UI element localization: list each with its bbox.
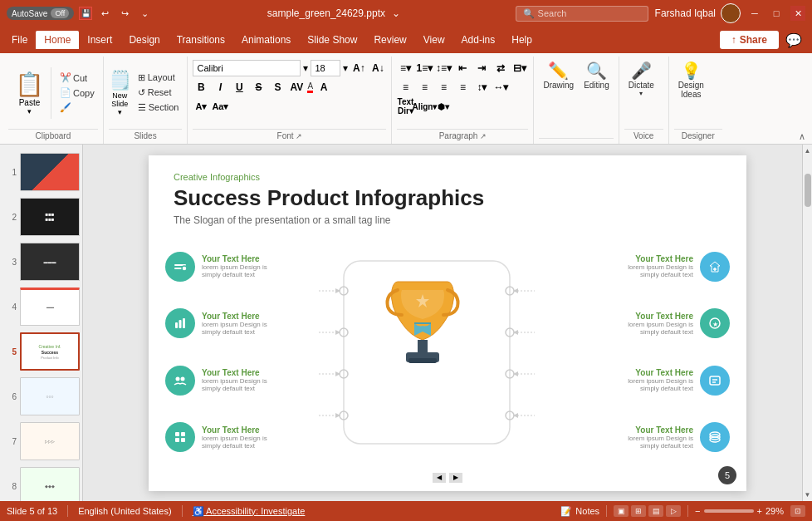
search-box[interactable]: 🔍 Search: [516, 6, 648, 22]
scroll-thumb[interactable]: [805, 174, 811, 207]
dictate-arrow[interactable]: ▾: [639, 90, 643, 97]
vertical-scrollbar[interactable]: ▲ ▼: [802, 145, 812, 501]
menu-addins[interactable]: Add-ins: [453, 31, 504, 49]
slide-thumb-7[interactable]: 7 ▷▷▷: [3, 420, 79, 462]
slideshow-btn[interactable]: ▷: [666, 505, 681, 517]
comment-button[interactable]: 💬: [779, 29, 809, 52]
line-spacing-btn[interactable]: ↕▾: [473, 79, 490, 96]
font-dropdown-arrow[interactable]: ▾: [303, 62, 308, 74]
scroll-up[interactable]: ▲: [802, 145, 812, 157]
menu-home[interactable]: Home: [36, 31, 79, 49]
strikethrough-button[interactable]: S: [250, 79, 267, 96]
menu-design[interactable]: Design: [120, 31, 168, 49]
design-ideas-button[interactable]: 💡 DesignIdeas: [674, 60, 708, 101]
normal-view-btn[interactable]: ▣: [614, 505, 629, 517]
slide-canvas[interactable]: Creative Infographics Success Product In…: [149, 155, 746, 491]
accessibility-info[interactable]: ♿ Accessibility: Investigate: [193, 506, 306, 517]
zoom-out-btn[interactable]: −: [695, 506, 700, 516]
notes-btn[interactable]: 📝 Notes: [560, 506, 599, 517]
fit-page-btn[interactable]: ⊡: [790, 505, 805, 517]
scroll-down[interactable]: ▼: [802, 489, 812, 501]
minimize-btn[interactable]: ─: [747, 6, 762, 21]
italic-button[interactable]: I: [212, 79, 228, 96]
cut-button[interactable]: ✂️ Cut: [56, 71, 98, 85]
bold-button[interactable]: B: [193, 79, 209, 96]
zoom-in-btn[interactable]: +: [757, 506, 762, 516]
menu-animations[interactable]: Animations: [233, 31, 299, 49]
menu-insert[interactable]: Insert: [79, 31, 120, 49]
redo-btn[interactable]: ↪: [117, 6, 132, 21]
slide-thumb-2[interactable]: 2 ■■■■■■: [3, 196, 79, 238]
ribbon-collapse-btn[interactable]: ∧: [795, 130, 809, 144]
justify-btn[interactable]: ≡: [454, 79, 471, 96]
slide-thumb-8[interactable]: 8 ◆◆◆: [3, 465, 79, 501]
autosave-toggle[interactable]: AutoSave Off: [7, 7, 74, 20]
underline-button[interactable]: U: [231, 79, 247, 96]
copy-button[interactable]: 📄 Copy: [56, 86, 98, 100]
slide-thumb-4[interactable]: 4 ━━━: [3, 286, 79, 327]
slide-thumb-5[interactable]: 5 Creative Inf. Success Product Info: [3, 331, 79, 372]
new-slide-arrow[interactable]: ▾: [118, 108, 122, 116]
case-btn[interactable]: Aa▾: [212, 98, 228, 115]
customize-btn[interactable]: ⌄: [137, 6, 152, 21]
share-button[interactable]: ↑ Share: [720, 31, 779, 49]
multilevel-btn[interactable]: ↕≡▾: [435, 60, 452, 76]
menu-view[interactable]: View: [415, 31, 453, 49]
text-highlight-btn[interactable]: A: [316, 79, 332, 96]
decrease-font-btn[interactable]: A↓: [369, 60, 386, 76]
zoom-control[interactable]: − + 29%: [695, 506, 784, 516]
rtl-btn[interactable]: ⇄: [492, 60, 509, 76]
columns-btn[interactable]: ⊟▾: [511, 60, 528, 76]
canvas-area[interactable]: Creative Infographics Success Product In…: [83, 145, 812, 501]
smart-art-btn[interactable]: ↔▾: [492, 79, 509, 96]
text-direction-btn[interactable]: Text Dir▾: [397, 98, 413, 115]
undo-btn[interactable]: ↩: [97, 6, 112, 21]
drawing-button[interactable]: ✏️ Drawing: [539, 60, 578, 92]
char-spacing-btn[interactable]: AV: [288, 79, 305, 96]
restore-btn[interactable]: □: [769, 6, 784, 21]
dictate-button[interactable]: 🎤 Dictate ▾: [624, 60, 658, 100]
font-size-arrow[interactable]: ▾: [343, 62, 348, 74]
slide-nav-arrows[interactable]: ◀ ▶: [433, 473, 462, 483]
paragraph-dialog-btn[interactable]: ↗: [480, 132, 487, 140]
menu-file[interactable]: File: [3, 31, 36, 49]
slide-thumb-3[interactable]: 3 ▬▬▬: [3, 241, 79, 283]
save-icon[interactable]: 💾: [79, 7, 92, 20]
paste-arrow[interactable]: ▾: [27, 107, 32, 116]
align-text-btn[interactable]: Align▾: [416, 98, 433, 115]
paste-button[interactable]: 📋 Paste ▾: [8, 67, 51, 119]
convert-smartart-btn[interactable]: ⬢▾: [435, 98, 452, 115]
slide-thumb-1[interactable]: 1: [3, 151, 79, 193]
align-center-btn[interactable]: ≡: [416, 79, 433, 96]
close-btn[interactable]: ✕: [790, 6, 805, 21]
indent-less-btn[interactable]: ⇤: [454, 60, 471, 76]
nav-left[interactable]: ◀: [433, 473, 446, 483]
reset-button[interactable]: ↺ Reset: [135, 86, 183, 100]
shadow-button[interactable]: S: [269, 79, 286, 96]
number-list-btn[interactable]: 1≡▾: [416, 60, 433, 76]
bullet-list-btn[interactable]: ≡▾: [397, 60, 413, 76]
font-dialog-btn[interactable]: ↗: [296, 132, 302, 140]
slide-sorter-btn[interactable]: ⊞: [631, 505, 646, 517]
layout-button[interactable]: ⊞ Layout: [135, 71, 183, 85]
font-name-input[interactable]: [193, 60, 301, 76]
section-button[interactable]: ☰ Section: [135, 101, 183, 115]
align-right-btn[interactable]: ≡: [435, 79, 452, 96]
align-left-btn[interactable]: ≡: [397, 79, 413, 96]
font-color-btn[interactable]: A: [307, 81, 313, 93]
menu-slideshow[interactable]: Slide Show: [299, 31, 365, 49]
new-slide-button[interactable]: 🗒️ NewSlide ▾: [109, 70, 131, 116]
format-painter-button[interactable]: 🖌️: [56, 101, 98, 115]
menu-help[interactable]: Help: [503, 31, 541, 49]
dropdown-arrow[interactable]: ⌄: [392, 7, 400, 19]
menu-review[interactable]: Review: [365, 31, 414, 49]
zoom-slider[interactable]: [704, 509, 754, 513]
nav-right[interactable]: ▶: [449, 473, 462, 483]
font-color-2-btn[interactable]: A▾: [193, 98, 209, 115]
slide-thumb-6[interactable]: 6 ○○○: [3, 376, 79, 417]
menu-transitions[interactable]: Transitions: [169, 31, 233, 49]
increase-font-btn[interactable]: A↑: [350, 60, 367, 76]
font-size-input[interactable]: [311, 60, 340, 76]
reading-view-btn[interactable]: ▤: [648, 505, 663, 517]
editing-button[interactable]: 🔍 Editing: [580, 60, 614, 92]
